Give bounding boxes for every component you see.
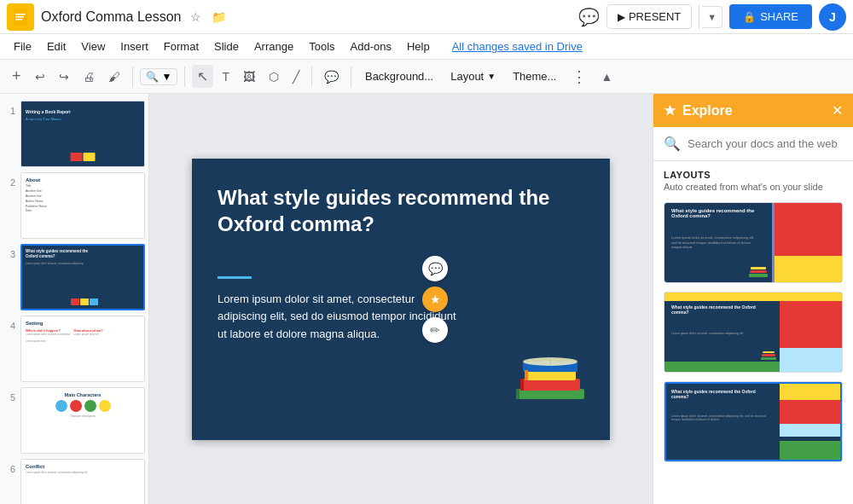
app-icon (7, 3, 34, 31)
slide-num-4: 4 (3, 316, 15, 331)
explore-close-button[interactable]: ✕ (832, 102, 843, 119)
present-button[interactable]: ▶ PRESENT (606, 4, 692, 29)
explore-panel: ★ Explore ✕ 🔍 LAYOUTS Auto created from … (653, 94, 853, 504)
image-tool[interactable]: 🖼 (238, 67, 260, 87)
print-button[interactable]: 🖨 (78, 67, 100, 87)
svg-rect-11 (525, 370, 528, 380)
slide-title: What style guides recommend the Oxford c… (218, 184, 584, 237)
layout-card-2[interactable]: What style guides recommend the Oxford c… (664, 292, 843, 373)
menu-tools[interactable]: Tools (302, 38, 341, 55)
slide-thumb-5[interactable]: 5 Main Characters Character descriptions (3, 387, 145, 454)
floating-buttons: 💬 ★ ✏ (422, 256, 448, 343)
star-button[interactable]: ☆ (187, 9, 205, 26)
layout-dropdown-icon: ▼ (487, 72, 496, 81)
canvas-area: What style guides recommend the Oxford c… (149, 94, 653, 504)
layouts-section: LAYOUTS Auto created from what's on your… (653, 161, 853, 195)
slide-thumb-6[interactable]: 6 Conflict Lorem ipsum dolor sit amet, c… (3, 459, 145, 504)
folder-button[interactable]: 📁 (208, 9, 229, 26)
books-illustration (499, 338, 601, 432)
menu-arrange[interactable]: Arrange (247, 38, 300, 55)
svg-rect-4 (15, 19, 22, 20)
menu-addons[interactable]: Add-ons (344, 38, 398, 55)
layout-button[interactable]: Layout ▼ (444, 67, 502, 86)
redo-button[interactable]: ↪ (54, 67, 74, 87)
background-label: Background... (365, 70, 433, 83)
layout-label: Layout (450, 70, 484, 83)
svg-rect-6 (520, 379, 580, 391)
present-dropdown-button[interactable]: ▼ (702, 6, 722, 28)
collapse-button[interactable]: ▲ (595, 67, 618, 87)
slide-image-3: What style guides recommend the Oxford c… (20, 244, 145, 310)
slide-image-1: Writing a Book Report A report by Four M… (20, 101, 145, 167)
line-tool[interactable]: ╱ (287, 67, 305, 87)
search-icon: 🔍 (664, 136, 681, 152)
paint-format-button[interactable]: 🖌 (103, 67, 125, 87)
slide-image-5: Main Characters Character descriptions (20, 387, 145, 454)
slide-image-2: About Title Another line Another line Au… (20, 172, 145, 239)
separator-2 (184, 67, 185, 87)
separator-4 (351, 67, 351, 87)
title-area: Oxford Comma Lesson ☆ 📁 (41, 9, 572, 26)
slide-body: Lorem ipsum dolor sit amet, consectetur … (218, 291, 456, 344)
slide-thumb-4[interactable]: 4 Setting Where did it happen? Lorem ips… (3, 316, 145, 382)
autosave-status[interactable]: All changes saved in Drive (445, 38, 589, 55)
svg-rect-9 (516, 389, 519, 399)
slide-canvas[interactable]: What style guides recommend the Oxford c… (192, 159, 610, 440)
layout-cards-container: What style guides recommend the Oxford c… (653, 195, 853, 504)
search-input[interactable] (688, 137, 843, 150)
layouts-subtitle: Auto created from what's on your slide (664, 182, 843, 192)
layout-card-1[interactable]: What style guides recommend the Oxford c… (664, 202, 843, 283)
slide-num-6: 6 (3, 459, 15, 474)
document-title-row: Oxford Comma Lesson ☆ 📁 (41, 9, 572, 26)
doc-title-text: Oxford Comma Lesson (41, 9, 182, 25)
toolbar: + ↩ ↪ 🖨 🖌 🔍 ▼ ↖ T 🖼 ⬡ ╱ 💬 Background... … (0, 60, 853, 94)
slide-thumb-3[interactable]: 3 What style guides recommend the Oxford… (3, 244, 145, 310)
explore-header: ★ Explore ✕ (653, 94, 853, 127)
zoom-control[interactable]: 🔍 ▼ (140, 68, 178, 85)
undo-button[interactable]: ↩ (30, 67, 50, 87)
star-float-btn[interactable]: ★ (422, 287, 448, 312)
more-options-button[interactable]: ⋮ (566, 66, 592, 88)
chat-float-btn[interactable]: 💬 (422, 256, 448, 281)
main-content: 1 Writing a Book Report A report by Four… (0, 94, 853, 504)
explore-title-area: ★ Explore (664, 102, 733, 119)
slide-thumb-1[interactable]: 1 Writing a Book Report A report by Four… (3, 101, 145, 167)
slide-num-3: 3 (3, 244, 15, 259)
slide-thumb-2[interactable]: 2 About Title Another line Another line … (3, 172, 145, 239)
slide-num-2: 2 (3, 172, 15, 188)
add-button[interactable]: + (7, 64, 26, 89)
cursor-tool[interactable]: ↖ (192, 65, 213, 88)
shape-tool[interactable]: ⬡ (264, 67, 284, 87)
explore-search-bar: 🔍 (653, 127, 853, 161)
svg-rect-10 (520, 379, 524, 391)
title-actions: ☆ 📁 (187, 9, 229, 26)
present-label: PRESENT (629, 10, 681, 23)
svg-rect-2 (15, 14, 26, 15)
slide-divider (218, 276, 252, 279)
edit-float-btn[interactable]: ✏ (422, 317, 448, 343)
menu-bar: File Edit View Insert Format Slide Arran… (0, 34, 853, 60)
share-button[interactable]: 🔒 SHARE (729, 4, 812, 29)
slide-image-6: Conflict Lorem ipsum dolor sit amet, con… (20, 459, 145, 504)
avatar[interactable]: J (819, 3, 846, 31)
menu-slide[interactable]: Slide (207, 38, 246, 55)
top-bar: Oxford Comma Lesson ☆ 📁 💬 ▶ PRESENT ▼ 🔒 … (0, 0, 853, 34)
background-button[interactable]: Background... (358, 67, 440, 86)
menu-edit[interactable]: Edit (40, 38, 73, 55)
layout-card-3[interactable]: What style guides recommend the Oxford c… (664, 381, 843, 462)
menu-help[interactable]: Help (400, 38, 437, 55)
menu-format[interactable]: Format (157, 38, 206, 55)
slide-panel: 1 Writing a Book Report A report by Four… (0, 94, 149, 504)
explore-title-text: Explore (682, 103, 733, 119)
text-tool[interactable]: T (217, 67, 235, 87)
comment-tool[interactable]: 💬 (319, 67, 344, 87)
slide-num-1: 1 (3, 101, 15, 116)
slide-image-4: Setting Where did it happen? Lorem ipsum… (20, 316, 145, 382)
menu-view[interactable]: View (74, 38, 112, 55)
comment-icon[interactable]: 💬 (578, 7, 600, 27)
zoom-icon: 🔍 (146, 71, 159, 83)
menu-insert[interactable]: Insert (113, 38, 155, 55)
top-right-actions: 💬 ▶ PRESENT ▼ 🔒 SHARE J (578, 3, 846, 31)
menu-file[interactable]: File (7, 38, 38, 55)
theme-button[interactable]: Theme... (506, 67, 563, 86)
